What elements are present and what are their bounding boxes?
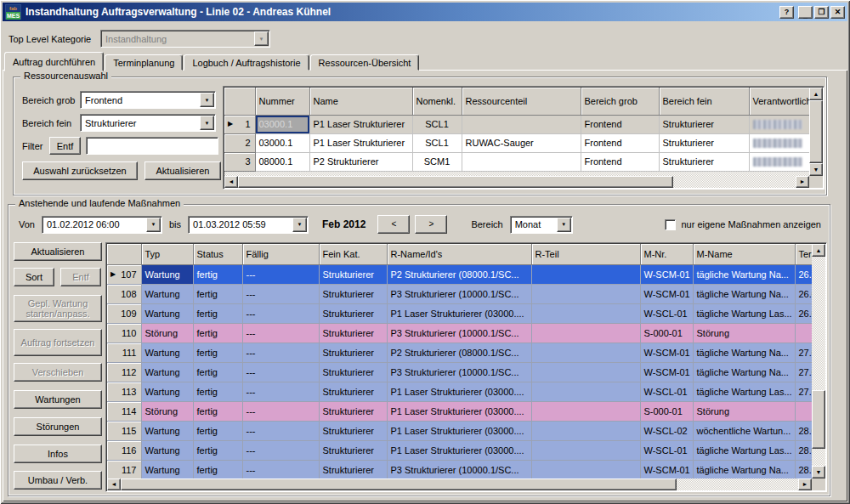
cell-fein-kat[interactable]: Strukturierer [319,323,387,343]
cell-fein-kat[interactable]: Strukturierer [319,264,387,284]
cell-fein-kat[interactable]: Strukturierer [319,343,387,362]
cell-termin[interactable] [795,323,812,343]
cell-nummer[interactable]: 08000.1 [255,152,309,171]
cell-status[interactable]: fertig [193,421,242,440]
cell-m-name[interactable]: tägliche Wartung Na... [693,343,795,362]
table-row[interactable]: 116 Wartung fertig --- Strukturierer P1 … [107,440,812,460]
cell-nomenkl[interactable]: SCM1 [412,152,462,171]
cell-termin[interactable]: 27.0 [795,362,812,382]
close-button[interactable]: ✕ [830,6,845,19]
col-verantwortlich[interactable]: Verantwortlich [749,88,809,115]
row-header[interactable]: 115 [107,421,141,440]
cell-nummer[interactable]: 03000.1 [255,115,309,133]
cell-r-name[interactable]: P1 Laser Strukturierer (03000.... [387,421,531,440]
cell-faellig[interactable]: --- [242,303,319,323]
table-row[interactable]: 115 Wartung fertig --- Strukturierer P1 … [107,421,812,440]
cell-r-name[interactable]: P2 Strukturierer (08000.1/SC... [387,343,531,362]
chevron-down-icon[interactable]: ▼ [200,116,214,130]
aktualisieren-button[interactable]: Aktualisieren [14,242,102,261]
cell-m-nr[interactable]: S-000-01 [640,323,693,343]
cell-bereich-grob[interactable]: Frontend [581,115,659,133]
cell-fein-kat[interactable]: Strukturierer [319,440,387,460]
cell-termin[interactable]: 28.0 [795,460,812,479]
cell-status[interactable]: fertig [193,323,242,343]
cell-termin[interactable]: 27.0 [795,382,812,401]
cell-typ[interactable]: Störung [141,323,193,343]
horizontal-scrollbar[interactable]: ◄ ► [107,479,812,490]
cell-verantwortlich[interactable] [749,152,809,171]
scrollbar-thumb[interactable] [238,176,673,188]
wartungen-button[interactable]: Wartungen [14,390,102,409]
col-status[interactable]: Status [193,244,242,264]
cell-faellig[interactable]: --- [242,401,319,421]
col-rowheader[interactable] [107,244,141,264]
table-row[interactable]: 109 Wartung fertig --- Strukturierer P1 … [107,303,812,323]
cell-bereich-fein[interactable]: Strukturierer [659,152,749,171]
cell-m-nr[interactable]: W-SCL-01 [640,440,693,460]
cell-m-nr[interactable]: W-SCM-01 [640,362,693,382]
row-header[interactable]: 111 [107,343,141,362]
col-m-name[interactable]: M-Name [693,244,795,264]
vertical-scrollbar[interactable]: ▲ ▼ [809,88,823,176]
umbau-verb-button[interactable]: Umbau / Verb. [14,471,102,490]
auswahl-zuruecksetzen-button[interactable]: Auswahl zurücksetzen [22,161,138,180]
cell-status[interactable]: fertig [193,460,242,479]
cell-r-teil[interactable] [531,343,640,362]
row-header[interactable]: ▶1 [224,115,255,133]
cell-r-name[interactable]: P2 Strukturierer (08000.1/SC... [387,264,531,284]
cell-verantwortlich[interactable] [749,115,809,133]
cell-termin[interactable]: 28.0 [795,421,812,440]
cell-faellig[interactable]: --- [242,362,319,382]
table-row[interactable]: 2 03000.1 P1 Laser Strukturierer SCL1 RU… [224,133,809,152]
cell-termin[interactable] [795,401,812,421]
scrollbar-track[interactable] [121,479,798,490]
col-m-nr[interactable]: M-Nr. [640,244,693,264]
cell-termin[interactable]: 28.0 [795,440,812,460]
cell-fein-kat[interactable]: Strukturierer [319,421,387,440]
cell-r-name[interactable]: P3 Strukturierer (10000.1/SC... [387,362,531,382]
scrollbar-thumb[interactable] [809,100,823,163]
aktualisieren-button[interactable]: Aktualisieren [144,161,221,180]
cell-name[interactable]: P1 Laser Strukturierer [309,115,412,133]
help-button[interactable]: ? [779,6,794,19]
maximize-button[interactable]: ❐ [814,6,829,19]
cell-faellig[interactable]: --- [242,284,319,303]
cell-typ[interactable]: Wartung [141,460,193,479]
cell-typ[interactable]: Wartung [141,362,193,382]
scroll-left-icon[interactable]: ◄ [224,176,238,188]
bereich-fein-select[interactable]: Strukturierer ▼ [80,114,216,132]
cell-typ[interactable]: Wartung [141,382,193,401]
minimize-button[interactable]: _ [798,6,813,19]
cell-r-teil[interactable] [531,460,640,479]
scrollbar-track[interactable] [809,100,823,163]
cell-ressourcenteil[interactable] [462,152,581,171]
col-ressourcenteil[interactable]: Ressourcenteil [462,88,581,115]
cell-typ[interactable]: Wartung [141,421,193,440]
sort-button[interactable]: Sort [14,268,54,286]
cell-typ[interactable]: Wartung [141,303,193,323]
table-row[interactable]: 108 Wartung fertig --- Strukturierer P3 … [107,284,812,303]
cell-r-name[interactable]: P3 Strukturierer (10000.1/SC... [387,323,531,343]
cell-status[interactable]: fertig [193,440,242,460]
cell-m-nr[interactable]: W-SCM-01 [640,264,693,284]
cell-m-nr[interactable]: W-SCL-02 [640,421,693,440]
cell-m-name[interactable]: tägliche Wartung Las... [693,382,795,401]
cell-bereich-fein[interactable]: Strukturierer [659,115,749,133]
cell-r-teil[interactable] [531,440,640,460]
row-header[interactable]: 117 [107,460,141,479]
cell-faellig[interactable]: --- [242,323,319,343]
cell-m-nr[interactable]: W-SCM-01 [640,460,693,479]
cell-r-name[interactable]: P1 Laser Strukturierer (03000.... [387,440,531,460]
cell-fein-kat[interactable]: Strukturierer [319,401,387,421]
table-row[interactable]: 114 Störung fertig --- Strukturierer P1 … [107,401,812,421]
cell-bereich-fein[interactable]: Strukturierer [659,133,749,152]
cell-nomenkl[interactable]: SCL1 [412,115,462,133]
cell-ressourcenteil[interactable] [462,115,581,133]
row-header[interactable]: 112 [107,362,141,382]
horizontal-scrollbar[interactable]: ◄ ► [224,176,809,188]
table-row[interactable]: 111 Wartung fertig --- Strukturierer P2 … [107,343,812,362]
stoerungen-button[interactable]: Störungen [14,417,102,436]
col-bereich-grob[interactable]: Bereich grob [581,88,659,115]
col-bereich-fein[interactable]: Bereich fein [659,88,749,115]
scroll-right-icon[interactable]: ► [798,479,812,490]
